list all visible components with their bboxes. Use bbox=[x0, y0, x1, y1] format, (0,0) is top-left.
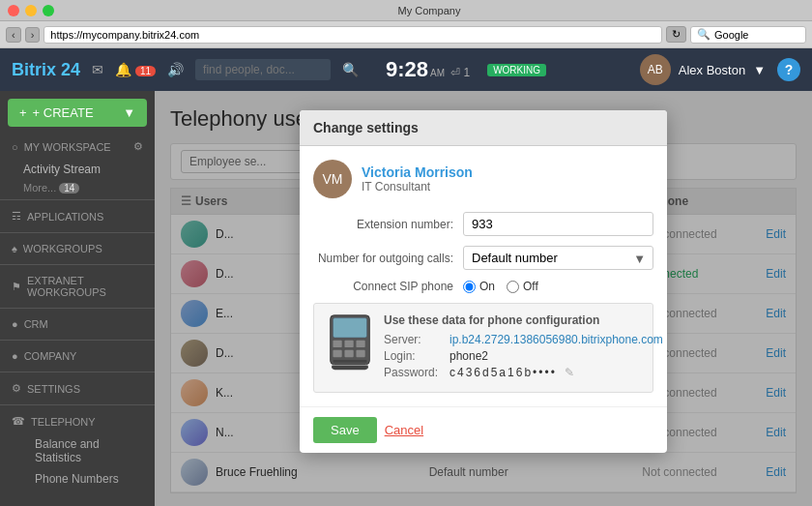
svg-rect-7 bbox=[356, 350, 364, 357]
crm-icon: ● bbox=[12, 318, 18, 330]
sidebar-item-crm[interactable]: ● CRM bbox=[0, 313, 155, 336]
sidebar-item-telephony[interactable]: ☎ TELEPHONY bbox=[0, 409, 155, 433]
cancel-button[interactable]: Cancel bbox=[385, 423, 423, 437]
modal-footer: Save Cancel bbox=[300, 406, 667, 453]
close-button[interactable] bbox=[8, 5, 19, 16]
search-icon[interactable]: 🔍 bbox=[342, 62, 359, 77]
refresh-button[interactable]: ↻ bbox=[666, 26, 686, 43]
config-server-row: Server: ip.b24.2729.1386056980.bitrixpho… bbox=[384, 333, 663, 346]
page-content: Telephony users ☰ Users SIP Phone D... N… bbox=[155, 91, 812, 506]
help-button[interactable]: ? bbox=[777, 58, 800, 81]
password-edit-icon[interactable]: ✎ bbox=[565, 366, 574, 379]
workspace-icon: ○ bbox=[12, 141, 18, 153]
sip-on-text: On bbox=[479, 280, 495, 293]
message-icon[interactable]: ✉ bbox=[92, 62, 103, 77]
back-button[interactable]: ‹ bbox=[6, 27, 21, 43]
phone-config-title: Use these data for phone configuration bbox=[384, 313, 663, 327]
search-icon: 🔍 bbox=[697, 28, 710, 41]
dropdown-icon: ▼ bbox=[123, 105, 135, 120]
modal-body: VM Victoria Morrison IT Consultant Exten… bbox=[300, 146, 667, 406]
sidebar-item-company[interactable]: ● COMPANY bbox=[0, 344, 155, 368]
outgoing-row: Number for outgoing calls: Default numbe… bbox=[313, 246, 653, 270]
chevron-down-icon: ▼ bbox=[753, 63, 766, 77]
save-button[interactable]: Save bbox=[313, 417, 377, 443]
svg-rect-3 bbox=[344, 341, 353, 347]
svg-rect-4 bbox=[356, 341, 364, 347]
svg-rect-5 bbox=[333, 350, 341, 357]
sip-on-radio[interactable] bbox=[463, 281, 476, 293]
forward-button[interactable]: › bbox=[25, 27, 41, 43]
user-area[interactable]: AB Alex Boston ▼ bbox=[640, 54, 766, 85]
top-nav: Bitrix 24 ✉ 🔔 11 🔊 🔍 9:28 AM ⏎ 1 WORKING… bbox=[0, 48, 812, 91]
sidebar-divider-5 bbox=[0, 340, 155, 341]
minimize-button[interactable] bbox=[25, 5, 37, 16]
sidebar-more-link[interactable]: More... 14 bbox=[0, 180, 155, 195]
apps-label: APPLICATIONS bbox=[27, 211, 103, 223]
svg-rect-1 bbox=[333, 318, 366, 338]
sidebar-item-extranet[interactable]: ⚑ EXTRANET WORKGROUPS bbox=[0, 269, 155, 304]
server-value: ip.b24.2729.1386056980.bitrixphone.com bbox=[450, 333, 663, 346]
extranet-label: EXTRANET WORKGROUPS bbox=[27, 275, 143, 298]
search-input[interactable] bbox=[195, 59, 331, 80]
volume-icon[interactable]: 🔊 bbox=[167, 62, 184, 77]
sidebar-item-settings[interactable]: ⚙ SETTINGS bbox=[0, 376, 155, 401]
modal-user-role: IT Consultant bbox=[362, 180, 473, 193]
phone-image bbox=[326, 313, 374, 382]
window-buttons bbox=[8, 5, 54, 16]
gear-icon[interactable]: ⚙ bbox=[133, 140, 143, 153]
more-count: 14 bbox=[59, 183, 79, 193]
create-button[interactable]: + + CREATE ▼ bbox=[8, 99, 147, 127]
sidebar-item-applications[interactable]: ☶ APPLICATIONS bbox=[0, 204, 155, 228]
modal-overlay: Change settings VM Victoria Morrison IT … bbox=[155, 91, 812, 506]
login-key: Login: bbox=[384, 349, 442, 363]
address-bar: ‹ › https://mycompany.bitrix24.com ↻ 🔍 G… bbox=[0, 21, 812, 48]
sidebar-divider-7 bbox=[0, 404, 155, 405]
app-wrapper: Bitrix 24 ✉ 🔔 11 🔊 🔍 9:28 AM ⏎ 1 WORKING… bbox=[0, 48, 812, 506]
workspace-label: MY WORKSPACE bbox=[24, 141, 111, 153]
settings-label: SETTINGS bbox=[27, 383, 80, 395]
sip-radio-group: On Off bbox=[463, 280, 538, 293]
sidebar: + + CREATE ▼ ○ MY WORKSPACE ⚙ Activity S… bbox=[0, 91, 155, 506]
sidebar-divider-1 bbox=[0, 199, 155, 200]
user-info-row: VM Victoria Morrison IT Consultant bbox=[313, 160, 653, 198]
modal-header: Change settings bbox=[300, 110, 667, 146]
sidebar-item-workgroups[interactable]: ♠ WORKGROUPS bbox=[0, 237, 155, 260]
sip-row: Connect SIP phone On Off bbox=[313, 280, 653, 293]
password-key: Password: bbox=[384, 366, 442, 379]
extension-row: Extension number: bbox=[313, 212, 653, 236]
create-label: + CREATE bbox=[33, 105, 94, 120]
brand-logo[interactable]: Bitrix 24 bbox=[12, 60, 80, 80]
working-badge: WORKING bbox=[487, 64, 546, 76]
main-content: + + CREATE ▼ ○ MY WORKSPACE ⚙ Activity S… bbox=[0, 91, 812, 506]
change-settings-modal: Change settings VM Victoria Morrison IT … bbox=[300, 110, 667, 453]
outgoing-select-wrap: Default number ▼ bbox=[463, 246, 653, 270]
url-text: https://mycompany.bitrix24.com bbox=[50, 29, 199, 41]
modal-user-avatar: VM bbox=[313, 160, 352, 198]
maximize-button[interactable] bbox=[43, 5, 54, 16]
server-key: Server: bbox=[384, 333, 442, 346]
sidebar-item-my-workspace[interactable]: ○ MY WORKSPACE ⚙ bbox=[0, 134, 155, 159]
telephony-icon: ☎ bbox=[12, 415, 25, 428]
modal-user-info: Victoria Morrison IT Consultant bbox=[362, 164, 473, 193]
sidebar-item-balance[interactable]: Balance and Statistics bbox=[0, 433, 155, 468]
phone-config-details: Use these data for phone configuration S… bbox=[384, 313, 663, 382]
user-name: Alex Boston bbox=[679, 63, 745, 77]
outgoing-select[interactable]: Default number bbox=[463, 246, 653, 270]
crm-label: CRM bbox=[24, 318, 48, 330]
phone-config-box: Use these data for phone configuration S… bbox=[313, 303, 653, 393]
bell-icon[interactable]: 🔔 11 bbox=[115, 62, 156, 77]
sidebar-item-phone-numbers[interactable]: Phone Numbers bbox=[0, 468, 155, 490]
sidebar-item-activity-stream[interactable]: Activity Stream bbox=[0, 159, 155, 180]
plus-icon: + bbox=[19, 105, 27, 120]
extension-input[interactable] bbox=[463, 212, 653, 236]
sip-off-label: Off bbox=[507, 280, 538, 293]
svg-rect-2 bbox=[333, 341, 341, 347]
url-bar[interactable]: https://mycompany.bitrix24.com bbox=[44, 26, 662, 44]
company-label: COMPANY bbox=[24, 350, 77, 362]
sip-off-radio[interactable] bbox=[507, 281, 519, 293]
sidebar-divider-4 bbox=[0, 308, 155, 309]
modal-user-name: Victoria Morrison bbox=[362, 164, 473, 180]
svg-rect-8 bbox=[333, 360, 366, 363]
sidebar-divider-3 bbox=[0, 264, 155, 265]
svg-rect-6 bbox=[344, 350, 353, 357]
